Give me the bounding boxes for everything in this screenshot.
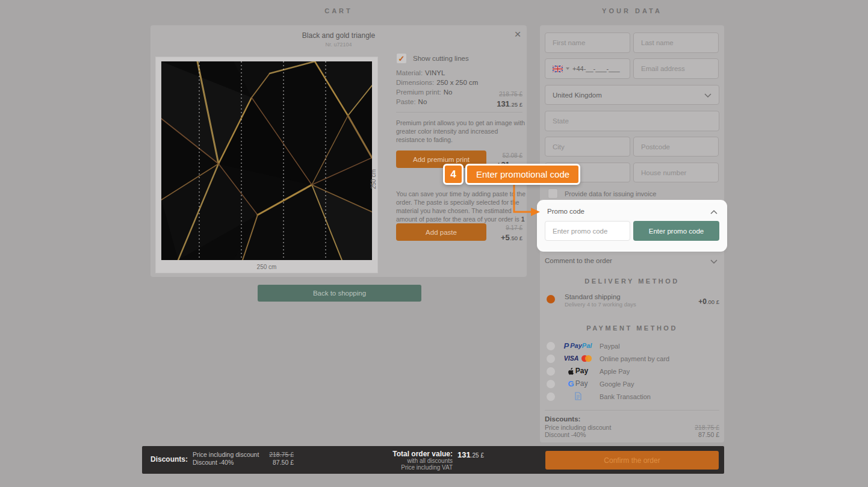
first-name-input[interactable] — [545, 33, 630, 53]
paste-add-price: +5.50 £ — [426, 232, 522, 243]
cart-divider — [396, 112, 522, 113]
bank-document-icon — [574, 392, 582, 400]
standard-shipping-label: Standard shipping — [565, 293, 621, 300]
promo-code-input[interactable] — [545, 221, 630, 241]
mastercard-logo-icon — [581, 355, 592, 362]
state-input[interactable] — [545, 111, 719, 131]
house-number-input[interactable] — [633, 163, 719, 182]
bottom-discount-row2-value: 87.50 £ — [253, 459, 294, 467]
apple-pay-radio[interactable] — [547, 367, 555, 376]
google-pay-label: Google Pay — [600, 380, 634, 388]
last-name-input[interactable] — [633, 33, 719, 53]
dimensions-label: Dimensions: — [396, 79, 434, 86]
material-row: Material:VINYL — [396, 69, 445, 76]
paste-old-price: 9.17 £ — [426, 225, 522, 231]
back-to-shopping-button[interactable]: Back to shopping — [258, 285, 421, 302]
bank-transaction-radio[interactable] — [547, 392, 555, 401]
annotation-step-badge: 4 — [443, 164, 463, 185]
bank-transaction-logo-icon — [560, 391, 596, 401]
email-input[interactable] — [633, 58, 719, 79]
promo-code-title: Promo code — [547, 208, 584, 215]
shipping-price-frac: .00 £ — [707, 299, 719, 305]
apple-pay-label: Apple Pay — [600, 368, 630, 375]
chevron-up-icon[interactable] — [710, 209, 718, 214]
shipping-price: +0.00 £ — [659, 296, 719, 306]
apple-icon — [568, 367, 574, 375]
postcode-input[interactable] — [633, 137, 719, 157]
invoice-checkbox[interactable] — [548, 188, 558, 199]
paypal-logo-text-2: Pal — [582, 342, 592, 349]
city-input[interactable] — [545, 137, 630, 157]
product-price: 131.25 £ — [426, 98, 522, 109]
product-image — [161, 61, 372, 260]
total-order-value: 131.25 £ — [457, 449, 484, 460]
uk-flag-icon — [553, 66, 563, 72]
confirm-order-button[interactable]: Confirm the order — [545, 451, 719, 470]
total-sub1: with all discounts — [385, 458, 453, 464]
paste-row: Paste:No — [396, 98, 427, 105]
apple-pay-logo-text: Pay — [575, 367, 588, 375]
product-number: Nr. u72104 — [150, 42, 527, 48]
promo-code-section: Promo code Enter promo code — [540, 203, 724, 249]
bottom-discounts-title: Discounts: — [150, 455, 188, 464]
paste-add-frac: .50 £ — [510, 235, 522, 241]
paypal-logo-text-1: Pay — [570, 342, 582, 349]
geometric-artwork-image — [161, 61, 372, 260]
product-old-price: 218.75 £ — [426, 91, 522, 98]
bank-transaction-label: Bank Transaction — [600, 393, 651, 400]
checkmark-icon: ✓ — [398, 54, 405, 63]
discounts-divider — [545, 410, 719, 411]
chevron-down-icon — [704, 93, 711, 98]
discount-row2-value: 87.50 £ — [653, 431, 719, 438]
paypal-monogram-icon: P — [564, 341, 569, 350]
standard-shipping-sub: Delivery 4 to 7 working days — [565, 301, 636, 308]
enter-promo-code-button[interactable]: Enter promo code — [633, 221, 719, 241]
image-height-label: 250 cm — [370, 150, 377, 189]
dimensions-value: 250 x 250 cm — [436, 79, 478, 86]
discount-row1-label: Price including discount — [545, 424, 611, 431]
close-icon[interactable]: × — [510, 27, 525, 42]
annotation-label: Enter promotional code — [465, 164, 580, 185]
total-sub2: Price including VAT — [385, 464, 453, 471]
show-cutting-lines-checkbox[interactable]: ✓ — [396, 53, 407, 64]
card-radio[interactable] — [547, 355, 555, 363]
visa-logo-text: VISA — [564, 355, 579, 362]
product-price-int: 131 — [497, 99, 510, 108]
discounts-title: Discounts: — [545, 415, 580, 423]
comment-toggle-label[interactable]: Comment to the order — [545, 257, 612, 264]
product-price-frac: .25 £ — [510, 101, 522, 108]
phone-input[interactable]: +44-__-___-___ — [545, 58, 630, 79]
standard-shipping-radio[interactable] — [547, 295, 555, 303]
payment-method-header: PAYMENT METHOD — [540, 324, 724, 332]
bottom-discount-row1-label: Price including discount — [193, 451, 259, 459]
show-cutting-lines-label: Show cutting lines — [413, 55, 469, 62]
image-width-label: 250 cm — [161, 264, 372, 270]
google-g-icon: G — [568, 379, 574, 388]
invoice-checkbox-label: Provide data for issuing invoice — [565, 190, 656, 197]
visa-mastercard-logo-icon: VISA — [560, 353, 596, 363]
comment-chevron-down-icon[interactable] — [710, 259, 718, 264]
gpay-logo-text: Pay — [575, 379, 588, 388]
bottom-discount-row2-label: Discount -40% — [193, 459, 234, 467]
product-title: Black and gold triangle — [150, 31, 527, 40]
card-label: Online payment by card — [600, 355, 669, 362]
paste-desc-pre: You can save your time by adding paste t… — [396, 190, 525, 223]
shipping-price-int: +0 — [698, 297, 707, 306]
paypal-radio[interactable] — [547, 342, 555, 350]
paste-add-int: +5 — [501, 233, 510, 242]
paypal-label: Paypal — [600, 343, 620, 350]
google-pay-radio[interactable] — [547, 380, 555, 388]
premium-description: Premium print allows you to get an image… — [396, 119, 526, 144]
checkout-page: CART YOUR DATA Black and gold triangle N… — [0, 0, 868, 487]
total-frac: .25 £ — [471, 452, 484, 459]
flag-caret-icon — [566, 67, 569, 70]
annotation-arrow-icon — [509, 185, 545, 221]
country-select[interactable]: United Kingdom — [545, 85, 719, 105]
cart-header: CART — [150, 7, 527, 14]
total-int: 131 — [457, 450, 471, 459]
discount-row2-label: Discount -40% — [545, 431, 586, 438]
material-value: VINYL — [425, 69, 445, 76]
premium-old-price: 52.08 £ — [426, 152, 522, 159]
bottom-discount-row1-value: 218.75 £ — [253, 451, 294, 459]
dimensions-row: Dimensions:250 x 250 cm — [396, 79, 478, 86]
